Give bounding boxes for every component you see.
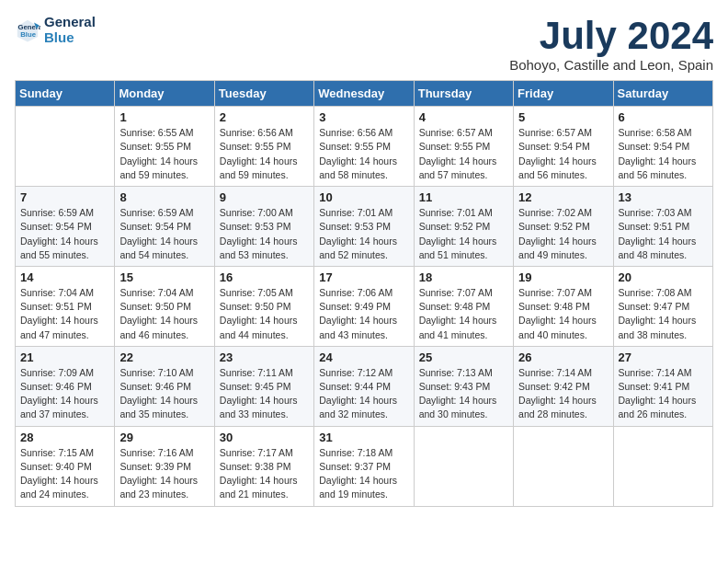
day-info: Sunrise: 7:03 AM Sunset: 9:51 PM Dayligh… xyxy=(619,206,708,262)
day-number: 11 xyxy=(419,190,508,204)
day-info: Sunrise: 7:05 AM Sunset: 9:50 PM Dayligh… xyxy=(220,286,309,342)
location-subtitle: Bohoyo, Castille and Leon, Spain xyxy=(509,57,713,73)
calendar-cell: 1Sunrise: 6:55 AM Sunset: 9:55 PM Daylig… xyxy=(115,107,214,187)
day-info: Sunrise: 6:56 AM Sunset: 9:55 PM Dayligh… xyxy=(220,126,309,182)
calendar-cell: 11Sunrise: 7:01 AM Sunset: 9:52 PM Dayli… xyxy=(414,187,513,267)
calendar-cell: 29Sunrise: 7:16 AM Sunset: 9:39 PM Dayli… xyxy=(115,426,214,506)
logo-line1: General xyxy=(44,15,96,30)
title-area: July 2024 Bohoyo, Castille and Leon, Spa… xyxy=(509,15,713,73)
calendar-cell: 19Sunrise: 7:07 AM Sunset: 9:48 PM Dayli… xyxy=(514,266,613,346)
day-info: Sunrise: 7:15 AM Sunset: 9:40 PM Dayligh… xyxy=(20,446,109,502)
day-number: 30 xyxy=(220,431,309,444)
calendar-cell: 31Sunrise: 7:18 AM Sunset: 9:37 PM Dayli… xyxy=(314,426,414,506)
day-number: 15 xyxy=(119,270,209,284)
day-number: 28 xyxy=(20,431,109,444)
day-number: 7 xyxy=(20,190,109,204)
page-header: General Blue General Blue July 2024 Boho… xyxy=(15,15,713,73)
calendar-cell: 27Sunrise: 7:14 AM Sunset: 9:41 PM Dayli… xyxy=(613,346,712,426)
day-number: 6 xyxy=(619,110,708,124)
weekday-header: Monday xyxy=(115,81,214,107)
calendar-cell xyxy=(514,426,613,506)
day-info: Sunrise: 7:08 AM Sunset: 9:47 PM Dayligh… xyxy=(619,286,708,342)
day-number: 20 xyxy=(619,270,708,284)
weekday-header: Friday xyxy=(514,81,613,107)
calendar-cell: 17Sunrise: 7:06 AM Sunset: 9:49 PM Dayli… xyxy=(314,266,414,346)
day-number: 8 xyxy=(119,190,209,204)
calendar-cell: 28Sunrise: 7:15 AM Sunset: 9:40 PM Dayli… xyxy=(16,426,115,506)
day-number: 31 xyxy=(319,431,408,444)
calendar-cell: 22Sunrise: 7:10 AM Sunset: 9:46 PM Dayli… xyxy=(115,346,214,426)
day-info: Sunrise: 6:59 AM Sunset: 9:54 PM Dayligh… xyxy=(20,206,109,262)
calendar-table: SundayMondayTuesdayWednesdayThursdayFrid… xyxy=(15,80,713,506)
calendar-cell: 21Sunrise: 7:09 AM Sunset: 9:46 PM Dayli… xyxy=(16,346,115,426)
day-info: Sunrise: 7:18 AM Sunset: 9:37 PM Dayligh… xyxy=(319,446,408,502)
svg-text:Blue: Blue xyxy=(20,30,36,39)
weekday-header: Saturday xyxy=(613,81,712,107)
day-info: Sunrise: 7:14 AM Sunset: 9:41 PM Dayligh… xyxy=(619,366,708,422)
logo-icon: General Blue xyxy=(15,17,40,43)
calendar-cell: 2Sunrise: 6:56 AM Sunset: 9:55 PM Daylig… xyxy=(214,107,313,187)
day-number: 3 xyxy=(319,110,408,124)
day-info: Sunrise: 6:57 AM Sunset: 9:55 PM Dayligh… xyxy=(419,126,508,182)
day-number: 2 xyxy=(220,110,309,124)
weekday-header: Wednesday xyxy=(314,81,414,107)
logo-line2: Blue xyxy=(44,30,96,46)
calendar-cell: 18Sunrise: 7:07 AM Sunset: 9:48 PM Dayli… xyxy=(414,266,513,346)
day-info: Sunrise: 7:11 AM Sunset: 9:45 PM Dayligh… xyxy=(220,366,309,422)
day-number: 27 xyxy=(619,350,708,364)
calendar-cell: 10Sunrise: 7:01 AM Sunset: 9:53 PM Dayli… xyxy=(314,187,414,267)
calendar-cell: 16Sunrise: 7:05 AM Sunset: 9:50 PM Dayli… xyxy=(214,266,313,346)
day-info: Sunrise: 7:02 AM Sunset: 9:52 PM Dayligh… xyxy=(518,206,608,262)
day-info: Sunrise: 6:57 AM Sunset: 9:54 PM Dayligh… xyxy=(518,126,608,182)
calendar-cell: 6Sunrise: 6:58 AM Sunset: 9:54 PM Daylig… xyxy=(613,107,712,187)
day-number: 22 xyxy=(119,350,209,364)
calendar-cell: 5Sunrise: 6:57 AM Sunset: 9:54 PM Daylig… xyxy=(514,107,613,187)
calendar-cell: 24Sunrise: 7:12 AM Sunset: 9:44 PM Dayli… xyxy=(314,346,414,426)
day-info: Sunrise: 7:04 AM Sunset: 9:50 PM Dayligh… xyxy=(119,286,209,342)
day-info: Sunrise: 7:16 AM Sunset: 9:39 PM Dayligh… xyxy=(119,446,209,502)
calendar-cell: 14Sunrise: 7:04 AM Sunset: 9:51 PM Dayli… xyxy=(16,266,115,346)
calendar-cell: 3Sunrise: 6:56 AM Sunset: 9:55 PM Daylig… xyxy=(314,107,414,187)
day-number: 23 xyxy=(220,350,309,364)
calendar-cell: 8Sunrise: 6:59 AM Sunset: 9:54 PM Daylig… xyxy=(115,187,214,267)
calendar-cell xyxy=(613,426,712,506)
day-info: Sunrise: 7:01 AM Sunset: 9:52 PM Dayligh… xyxy=(419,206,508,262)
weekday-header: Thursday xyxy=(414,81,513,107)
logo: General Blue General Blue xyxy=(15,15,96,45)
day-info: Sunrise: 7:04 AM Sunset: 9:51 PM Dayligh… xyxy=(20,286,109,342)
day-info: Sunrise: 7:17 AM Sunset: 9:38 PM Dayligh… xyxy=(220,446,309,502)
day-number: 16 xyxy=(220,270,309,284)
day-number: 29 xyxy=(119,431,209,444)
calendar-week-row: 28Sunrise: 7:15 AM Sunset: 9:40 PM Dayli… xyxy=(16,426,713,506)
day-info: Sunrise: 7:14 AM Sunset: 9:42 PM Dayligh… xyxy=(518,366,608,422)
calendar-cell: 23Sunrise: 7:11 AM Sunset: 9:45 PM Dayli… xyxy=(214,346,313,426)
calendar-cell: 9Sunrise: 7:00 AM Sunset: 9:53 PM Daylig… xyxy=(214,187,313,267)
day-number: 24 xyxy=(319,350,408,364)
calendar-cell: 4Sunrise: 6:57 AM Sunset: 9:55 PM Daylig… xyxy=(414,107,513,187)
day-info: Sunrise: 7:07 AM Sunset: 9:48 PM Dayligh… xyxy=(518,286,608,342)
calendar-week-row: 1Sunrise: 6:55 AM Sunset: 9:55 PM Daylig… xyxy=(16,107,713,187)
day-number: 5 xyxy=(518,110,608,124)
day-number: 1 xyxy=(119,110,209,124)
day-info: Sunrise: 7:09 AM Sunset: 9:46 PM Dayligh… xyxy=(20,366,109,422)
day-info: Sunrise: 6:58 AM Sunset: 9:54 PM Dayligh… xyxy=(619,126,708,182)
day-number: 25 xyxy=(419,350,508,364)
month-title: July 2024 xyxy=(509,15,713,57)
calendar-cell xyxy=(16,107,115,187)
day-number: 12 xyxy=(518,190,608,204)
day-info: Sunrise: 6:59 AM Sunset: 9:54 PM Dayligh… xyxy=(119,206,209,262)
day-number: 19 xyxy=(518,270,608,284)
calendar-cell: 13Sunrise: 7:03 AM Sunset: 9:51 PM Dayli… xyxy=(613,187,712,267)
day-info: Sunrise: 7:06 AM Sunset: 9:49 PM Dayligh… xyxy=(319,286,408,342)
day-info: Sunrise: 7:01 AM Sunset: 9:53 PM Dayligh… xyxy=(319,206,408,262)
weekday-header: Tuesday xyxy=(214,81,313,107)
day-number: 14 xyxy=(20,270,109,284)
day-number: 17 xyxy=(319,270,408,284)
day-number: 10 xyxy=(319,190,408,204)
calendar-cell: 12Sunrise: 7:02 AM Sunset: 9:52 PM Dayli… xyxy=(514,187,613,267)
calendar-cell: 25Sunrise: 7:13 AM Sunset: 9:43 PM Dayli… xyxy=(414,346,513,426)
day-info: Sunrise: 7:12 AM Sunset: 9:44 PM Dayligh… xyxy=(319,366,408,422)
calendar-cell: 20Sunrise: 7:08 AM Sunset: 9:47 PM Dayli… xyxy=(613,266,712,346)
day-info: Sunrise: 6:55 AM Sunset: 9:55 PM Dayligh… xyxy=(119,126,209,182)
weekday-header: Sunday xyxy=(16,81,115,107)
